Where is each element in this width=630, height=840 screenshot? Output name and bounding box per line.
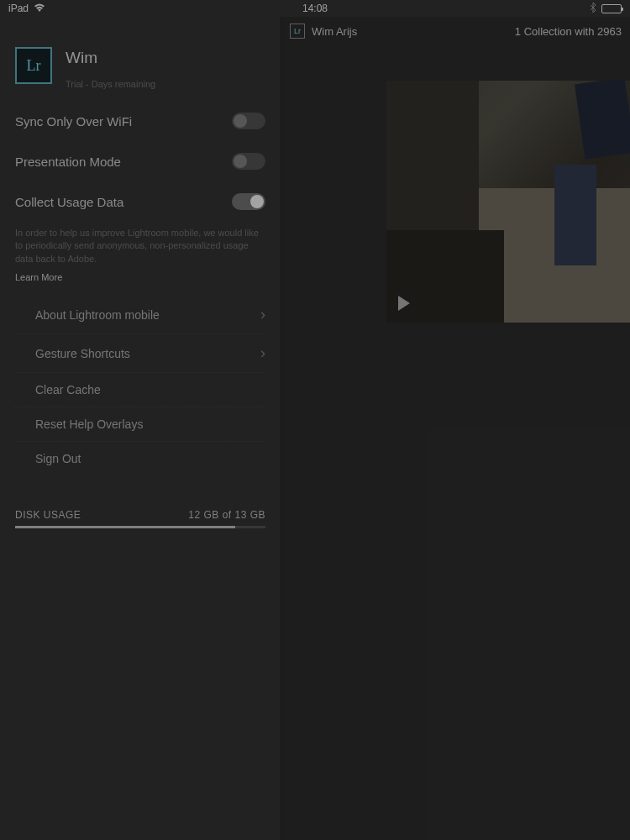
main-panel: Lr Wim Arijs 1 Collection with 2963 <box>281 17 630 840</box>
menu-label: Clear Cache <box>35 383 101 396</box>
menu-about[interactable]: About Lightroom mobile › <box>15 296 265 334</box>
toggle-sync-wifi[interactable] <box>232 113 265 129</box>
menu-gestures[interactable]: Gesture Shortcuts › <box>15 334 265 373</box>
setting-label: Collect Usage Data <box>15 195 123 209</box>
menu-label: Gesture Shortcuts <box>35 347 130 360</box>
toggle-presentation[interactable] <box>232 153 265 170</box>
main-header: Lr Wim Arijs 1 Collection with 2963 <box>281 17 630 40</box>
menu-label: Reset Help Overlays <box>35 417 143 431</box>
setting-sync-wifi: Sync Only Over WiFi <box>15 101 265 141</box>
menu-list: About Lightroom mobile › Gesture Shortcu… <box>15 291 265 475</box>
disk-title: DISK USAGE <box>15 509 81 521</box>
lightroom-logo: Lr <box>15 47 52 84</box>
collection-count: 1 Collection with 2963 <box>515 25 622 38</box>
setting-label: Presentation Mode <box>15 155 121 169</box>
menu-sign-out[interactable]: Sign Out <box>15 442 265 475</box>
chevron-right-icon: › <box>260 306 265 323</box>
disk-progress-bar <box>15 526 265 528</box>
status-bar: iPad 14:08 <box>0 0 630 17</box>
profile-name: Wim <box>66 49 155 67</box>
main-user: Wim Arijs <box>312 25 357 38</box>
learn-more-link[interactable]: Learn More <box>15 272 62 291</box>
battery-icon <box>601 4 622 13</box>
device-label: iPad <box>8 3 29 14</box>
disk-progress-fill <box>15 526 235 528</box>
collection-thumbnail[interactable] <box>386 81 630 323</box>
toggle-usage-data[interactable] <box>232 193 265 210</box>
disk-usage-section: DISK USAGE 12 GB of 13 GB <box>15 475 265 528</box>
menu-clear-cache[interactable]: Clear Cache <box>15 373 265 407</box>
profile-section: Lr Wim Trial - Days remaining <box>15 17 265 101</box>
lightroom-logo-small: Lr <box>290 24 305 39</box>
play-icon <box>398 296 410 311</box>
clock: 14:08 <box>302 3 328 14</box>
menu-label: Sign Out <box>35 452 81 465</box>
setting-label: Sync Only Over WiFi <box>15 114 132 129</box>
bluetooth-icon <box>590 3 596 15</box>
wifi-icon <box>34 3 45 14</box>
usage-info-text: In order to help us improve Lightroom mo… <box>15 222 265 269</box>
chevron-right-icon: › <box>260 344 265 362</box>
trial-status: Trial - Days remaining <box>66 79 155 89</box>
setting-presentation: Presentation Mode <box>15 141 265 181</box>
settings-sidebar: Lr Wim Trial - Days remaining Sync Only … <box>0 17 281 840</box>
menu-reset-overlays[interactable]: Reset Help Overlays <box>15 407 265 442</box>
menu-label: About Lightroom mobile <box>35 308 160 322</box>
disk-value: 12 GB of 13 GB <box>188 509 265 521</box>
setting-usage-data: Collect Usage Data <box>15 181 265 222</box>
